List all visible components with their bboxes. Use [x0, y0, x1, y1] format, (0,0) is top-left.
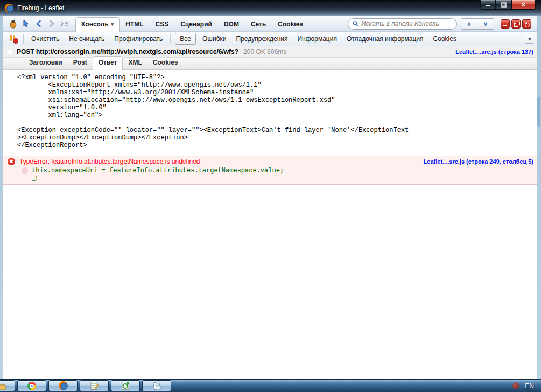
profile-button[interactable]: Профилировать — [109, 33, 167, 45]
xml-line: <?xml version="1.0" encoding="UTF-8"?> — [17, 74, 537, 81]
filter-errors-button[interactable]: Ошибки — [198, 33, 231, 45]
tab-cookies[interactable]: Cookies — [272, 18, 309, 32]
error-log-entry[interactable]: TypeError: featureInfo.attributes.target… — [3, 156, 537, 185]
tab-console-label: Консоль — [81, 20, 109, 28]
firefox-icon — [59, 381, 68, 390]
tab-response[interactable]: Ответ — [93, 56, 123, 70]
tab-css[interactable]: CSS — [149, 18, 174, 32]
search-box[interactable] — [348, 18, 457, 30]
response-body: <?xml version="1.0" encoding="UTF-8"?> <… — [3, 70, 537, 156]
minimize-firebug-icon[interactable] — [501, 19, 510, 29]
break-on-all-errors-icon[interactable] — [9, 34, 18, 44]
xml-line: xsi:schemaLocation="http://www.opengis.n… — [17, 96, 537, 104]
taskbar-item-folder[interactable] — [0, 380, 15, 391]
inspect-element-icon[interactable] — [20, 18, 31, 29]
close-button[interactable] — [511, 0, 536, 10]
forward-icon[interactable] — [46, 18, 57, 29]
filter-debug-button[interactable]: Отладочная информация — [342, 33, 428, 45]
tab-xml[interactable]: XML — [123, 57, 147, 69]
error-source-link[interactable]: Leaflet....src.js (строка 249, столбец 5… — [424, 158, 533, 165]
window-title: Firebug - Leaflet — [17, 4, 64, 12]
error-icon — [8, 158, 15, 165]
error-code-line: this.namespaceUri = featureInfo.attribut… — [32, 167, 284, 174]
taskbar-item-notepad-plus[interactable] — [80, 380, 109, 391]
xml-line: version="1.0.0" — [17, 104, 537, 111]
xml-line — [17, 119, 537, 127]
firebug-window: Firebug - Leaflet — [0, 0, 541, 379]
request-status: 200 OK 606ms — [243, 48, 286, 55]
xml-line: <ExceptionReport xmlns="http://www.openg… — [17, 81, 537, 89]
breakpoint-circle-icon[interactable] — [22, 167, 28, 174]
command-line-icon[interactable] — [59, 18, 70, 29]
tab-post[interactable]: Post — [68, 57, 93, 69]
search-input[interactable] — [361, 20, 452, 27]
error-message: TypeError: featureInfo.attributes.target… — [19, 158, 200, 165]
network-request-row[interactable]: POST http://crossorigin.me/http://vvlph.… — [3, 46, 537, 58]
xml-line: xml:lang="en"> — [17, 111, 537, 119]
error-column-marker: _↑ — [8, 174, 533, 182]
firebug-body: Консоль ▾ HTML CSS Сценарий DOM Сеть Coo… — [3, 16, 537, 379]
deactivate-firebug-icon[interactable] — [522, 19, 531, 29]
filter-warnings-button[interactable]: Предупреждения — [231, 33, 293, 45]
search-nav: ∧ ∨ — [461, 18, 494, 30]
language-indicator[interactable]: EN — [525, 382, 534, 390]
xml-line: </ExceptionReport> — [17, 142, 537, 149]
search-icon — [353, 20, 359, 27]
firebug-menu-icon[interactable] — [8, 18, 18, 29]
taskbar-item-qgis[interactable] — [111, 380, 140, 391]
title-bar[interactable]: Firebug - Leaflet — [0, 0, 541, 16]
tab-headers[interactable]: Заголовки — [24, 57, 68, 69]
window-controls — [480, 0, 536, 10]
clear-button[interactable]: Очистить — [26, 33, 64, 45]
system-tray: EN — [512, 382, 541, 390]
scrollbar-thumb[interactable] — [537, 97, 540, 127]
firefox-app-icon — [5, 4, 13, 12]
panel-tabs: Консоль ▾ HTML CSS Сценарий DOM Сеть Coo… — [75, 16, 309, 32]
firebug-main-toolbar: Консоль ▾ HTML CSS Сценарий DOM Сеть Coo… — [3, 16, 537, 32]
chrome-icon — [27, 382, 36, 390]
detach-firebug-icon[interactable] — [511, 19, 521, 29]
tab-html[interactable]: HTML — [120, 18, 149, 32]
notepad-icon — [152, 381, 161, 390]
tray-notification-icon[interactable] — [512, 382, 519, 389]
xml-line: ><ExceptionDump></ExceptionDump></Except… — [17, 134, 537, 142]
tab-request-cookies[interactable]: Cookies — [147, 57, 184, 69]
persist-button[interactable]: Не очищать — [64, 33, 109, 45]
request-method-url[interactable]: POST http://crossorigin.me/http://vvlph.… — [17, 48, 238, 55]
tab-dom[interactable]: DOM — [218, 18, 245, 32]
xml-line: <Exception exceptionCode="" locator="" l… — [17, 127, 537, 134]
xml-line: xmlns:xsi="http://www.w3.org/2001/XMLSch… — [17, 89, 537, 96]
tab-net[interactable]: Сеть — [245, 18, 272, 32]
taskbar-item-notepad[interactable] — [142, 380, 171, 391]
chevron-down-icon: ▾ — [111, 22, 114, 27]
toolbar-collapse-button[interactable]: ◀ — [525, 34, 533, 44]
taskbar-item-firefox[interactable] — [48, 380, 78, 391]
qgis-icon — [121, 381, 130, 390]
back-icon[interactable] — [33, 18, 44, 29]
notepad-plus-icon — [90, 381, 99, 390]
taskbar-item-chrome[interactable] — [17, 380, 46, 391]
filter-all-button[interactable]: Все — [175, 33, 196, 45]
search-prev-button[interactable]: ∧ — [461, 18, 477, 30]
tab-script[interactable]: Сценарий — [174, 18, 218, 32]
console-panel: POST http://crossorigin.me/http://vvlph.… — [3, 46, 537, 379]
request-detail-tabs: Заголовки Post Ответ XML Cookies — [3, 58, 537, 70]
minimize-button[interactable] — [480, 0, 496, 10]
collapse-request-icon[interactable] — [8, 50, 12, 54]
console-toolbar: Очистить Не очищать Профилировать Все Ош… — [3, 32, 537, 46]
search-next-button[interactable]: ∨ — [477, 18, 494, 30]
firebug-window-buttons — [501, 19, 531, 29]
filter-info-button[interactable]: Информация — [292, 33, 341, 45]
request-source-link[interactable]: Leaflet....src.js (строка 137) — [455, 48, 533, 55]
filter-cookies-button[interactable]: Cookies — [428, 33, 461, 45]
taskbar: EN — [0, 379, 541, 392]
tab-console[interactable]: Консоль ▾ — [75, 17, 120, 32]
folder-icon — [0, 382, 6, 390]
maximize-button[interactable] — [496, 0, 511, 10]
